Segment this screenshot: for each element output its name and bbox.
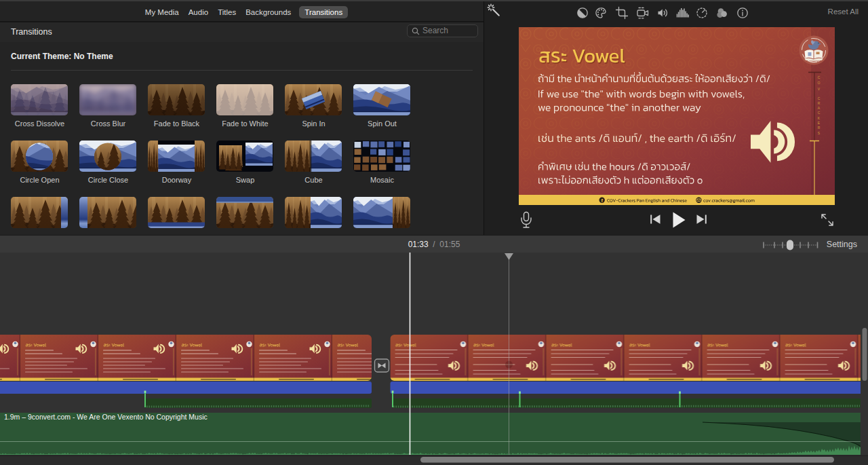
- svg-text:O: O: [818, 81, 821, 85]
- svg-text:C: C: [818, 96, 821, 100]
- svg-text:R: R: [818, 126, 821, 130]
- svg-text:C: C: [818, 111, 821, 115]
- svg-text:C: C: [818, 75, 821, 79]
- svg-text:R: R: [818, 101, 821, 105]
- svg-text:1.9m – 9convert.com - We Are O: 1.9m – 9convert.com - We Are One Vexento…: [4, 413, 208, 421]
